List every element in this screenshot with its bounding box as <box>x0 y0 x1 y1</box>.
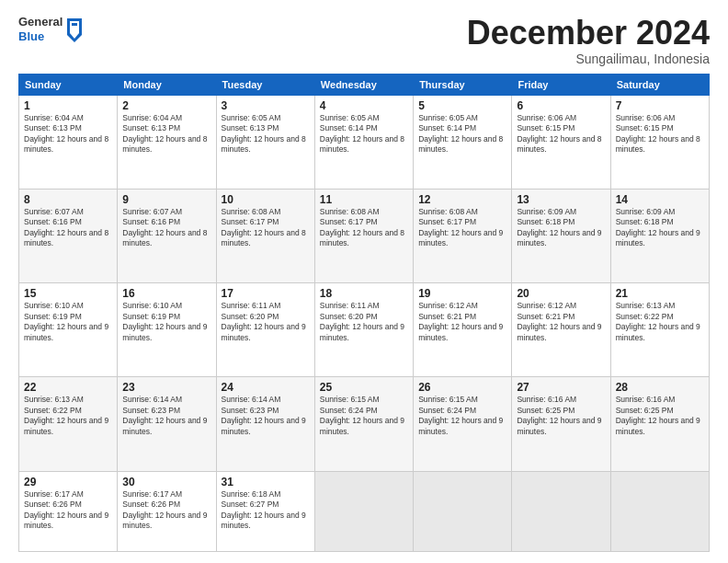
day-number: 26 <box>418 381 506 394</box>
day-number: 9 <box>122 193 210 206</box>
day-info: Sunrise: 6:12 AM Sunset: 6:21 PM Dayligh… <box>418 301 506 343</box>
day-number: 28 <box>616 381 704 394</box>
day-number: 15 <box>24 287 112 300</box>
day-number: 27 <box>517 381 605 394</box>
table-cell: 18 Sunrise: 6:11 AM Sunset: 6:20 PM Dayl… <box>314 283 413 377</box>
day-number: 6 <box>517 99 605 112</box>
col-saturday: Saturday <box>610 74 709 95</box>
day-number: 12 <box>418 193 506 206</box>
day-info: Sunrise: 6:05 AM Sunset: 6:14 PM Dayligh… <box>320 113 408 155</box>
table-cell: 31 Sunrise: 6:18 AM Sunset: 6:27 PM Dayl… <box>216 471 314 551</box>
table-cell: 24 Sunrise: 6:14 AM Sunset: 6:23 PM Dayl… <box>216 377 314 471</box>
col-monday: Monday <box>118 74 216 95</box>
day-info: Sunrise: 6:15 AM Sunset: 6:24 PM Dayligh… <box>418 395 506 437</box>
day-number: 18 <box>320 287 408 300</box>
day-info: Sunrise: 6:10 AM Sunset: 6:19 PM Dayligh… <box>24 301 112 343</box>
day-number: 11 <box>320 193 408 206</box>
table-cell: 19 Sunrise: 6:12 AM Sunset: 6:21 PM Dayl… <box>414 283 512 377</box>
day-number: 30 <box>122 476 210 488</box>
table-cell: 5 Sunrise: 6:05 AM Sunset: 6:14 PM Dayli… <box>414 95 512 189</box>
day-info: Sunrise: 6:05 AM Sunset: 6:14 PM Dayligh… <box>418 113 506 155</box>
day-number: 19 <box>418 287 506 300</box>
table-cell: 15 Sunrise: 6:10 AM Sunset: 6:19 PM Dayl… <box>19 283 118 377</box>
table-cell: 13 Sunrise: 6:09 AM Sunset: 6:18 PM Dayl… <box>512 189 610 282</box>
table-cell: 20 Sunrise: 6:12 AM Sunset: 6:21 PM Dayl… <box>512 283 610 377</box>
col-tuesday: Tuesday <box>216 74 314 95</box>
day-info: Sunrise: 6:10 AM Sunset: 6:19 PM Dayligh… <box>122 301 210 343</box>
day-info: Sunrise: 6:14 AM Sunset: 6:23 PM Dayligh… <box>122 395 210 437</box>
day-number: 23 <box>122 381 210 394</box>
day-info: Sunrise: 6:11 AM Sunset: 6:20 PM Dayligh… <box>320 301 408 343</box>
day-number: 14 <box>616 193 704 206</box>
calendar-table: Sunday Monday Tuesday Wednesday Thursday… <box>18 74 710 552</box>
day-info: Sunrise: 6:07 AM Sunset: 6:16 PM Dayligh… <box>122 207 210 249</box>
table-cell: 25 Sunrise: 6:15 AM Sunset: 6:24 PM Dayl… <box>314 377 413 471</box>
day-number: 17 <box>222 287 310 300</box>
table-cell: 8 Sunrise: 6:07 AM Sunset: 6:16 PM Dayli… <box>19 189 118 282</box>
table-cell: 16 Sunrise: 6:10 AM Sunset: 6:19 PM Dayl… <box>118 283 216 377</box>
col-sunday: Sunday <box>19 74 118 95</box>
day-number: 24 <box>222 381 310 394</box>
table-cell: 30 Sunrise: 6:17 AM Sunset: 6:26 PM Dayl… <box>118 471 216 551</box>
table-cell: 1 Sunrise: 6:04 AM Sunset: 6:13 PM Dayli… <box>19 95 118 189</box>
table-cell: 29 Sunrise: 6:17 AM Sunset: 6:26 PM Dayl… <box>19 471 118 551</box>
table-cell <box>610 471 709 551</box>
day-info: Sunrise: 6:18 AM Sunset: 6:27 PM Dayligh… <box>222 489 310 532</box>
day-info: Sunrise: 6:05 AM Sunset: 6:13 PM Dayligh… <box>222 113 310 155</box>
header-row: Sunday Monday Tuesday Wednesday Thursday… <box>19 74 710 95</box>
day-info: Sunrise: 6:07 AM Sunset: 6:16 PM Dayligh… <box>24 207 112 249</box>
location: Sungailimau, Indonesia <box>467 52 710 66</box>
col-wednesday: Wednesday <box>314 74 413 95</box>
table-cell: 12 Sunrise: 6:08 AM Sunset: 6:17 PM Dayl… <box>414 189 512 282</box>
day-info: Sunrise: 6:12 AM Sunset: 6:21 PM Dayligh… <box>517 301 605 343</box>
day-number: 5 <box>418 99 506 112</box>
table-cell: 17 Sunrise: 6:11 AM Sunset: 6:20 PM Dayl… <box>216 283 314 377</box>
table-cell: 6 Sunrise: 6:06 AM Sunset: 6:15 PM Dayli… <box>512 95 610 189</box>
day-number: 29 <box>24 476 112 488</box>
table-cell <box>414 471 512 551</box>
col-friday: Friday <box>512 74 610 95</box>
table-cell: 14 Sunrise: 6:09 AM Sunset: 6:18 PM Dayl… <box>610 189 709 282</box>
day-info: Sunrise: 6:11 AM Sunset: 6:20 PM Dayligh… <box>222 301 310 343</box>
day-info: Sunrise: 6:17 AM Sunset: 6:26 PM Dayligh… <box>24 489 112 532</box>
day-info: Sunrise: 6:08 AM Sunset: 6:17 PM Dayligh… <box>222 207 310 249</box>
day-number: 20 <box>517 287 605 300</box>
day-info: Sunrise: 6:09 AM Sunset: 6:18 PM Dayligh… <box>616 207 704 249</box>
day-number: 13 <box>517 193 605 206</box>
day-number: 22 <box>24 381 112 394</box>
col-thursday: Thursday <box>414 74 512 95</box>
day-number: 16 <box>122 287 210 300</box>
day-info: Sunrise: 6:15 AM Sunset: 6:24 PM Dayligh… <box>320 395 408 437</box>
day-info: Sunrise: 6:08 AM Sunset: 6:17 PM Dayligh… <box>418 207 506 249</box>
day-number: 21 <box>616 287 704 300</box>
day-info: Sunrise: 6:08 AM Sunset: 6:17 PM Dayligh… <box>320 207 408 249</box>
day-number: 8 <box>24 193 112 206</box>
table-cell: 26 Sunrise: 6:15 AM Sunset: 6:24 PM Dayl… <box>414 377 512 471</box>
day-info: Sunrise: 6:14 AM Sunset: 6:23 PM Dayligh… <box>222 395 310 437</box>
table-cell: 28 Sunrise: 6:16 AM Sunset: 6:25 PM Dayl… <box>610 377 709 471</box>
table-cell: 22 Sunrise: 6:13 AM Sunset: 6:22 PM Dayl… <box>19 377 118 471</box>
table-cell: 23 Sunrise: 6:14 AM Sunset: 6:23 PM Dayl… <box>118 377 216 471</box>
table-cell: 4 Sunrise: 6:05 AM Sunset: 6:14 PM Dayli… <box>314 95 413 189</box>
day-number: 25 <box>320 381 408 394</box>
day-number: 7 <box>616 99 704 112</box>
header: General Blue December 2024 Sungailimau, … <box>18 15 710 66</box>
day-info: Sunrise: 6:13 AM Sunset: 6:22 PM Dayligh… <box>24 395 112 437</box>
day-info: Sunrise: 6:16 AM Sunset: 6:25 PM Dayligh… <box>517 395 605 437</box>
day-number: 4 <box>320 99 408 112</box>
day-number: 1 <box>24 99 112 112</box>
day-info: Sunrise: 6:09 AM Sunset: 6:18 PM Dayligh… <box>517 207 605 249</box>
logo: General Blue <box>18 15 84 43</box>
table-cell: 10 Sunrise: 6:08 AM Sunset: 6:17 PM Dayl… <box>216 189 314 282</box>
table-cell: 2 Sunrise: 6:04 AM Sunset: 6:13 PM Dayli… <box>118 95 216 189</box>
day-info: Sunrise: 6:06 AM Sunset: 6:15 PM Dayligh… <box>616 113 704 155</box>
day-info: Sunrise: 6:06 AM Sunset: 6:15 PM Dayligh… <box>517 113 605 155</box>
month-title: December 2024 <box>467 15 710 52</box>
day-number: 31 <box>222 476 310 488</box>
day-number: 10 <box>222 193 310 206</box>
day-number: 2 <box>122 99 210 112</box>
table-cell: 7 Sunrise: 6:06 AM Sunset: 6:15 PM Dayli… <box>610 95 709 189</box>
table-cell <box>314 471 413 551</box>
title-section: December 2024 Sungailimau, Indonesia <box>467 15 710 66</box>
day-info: Sunrise: 6:13 AM Sunset: 6:22 PM Dayligh… <box>616 301 704 343</box>
